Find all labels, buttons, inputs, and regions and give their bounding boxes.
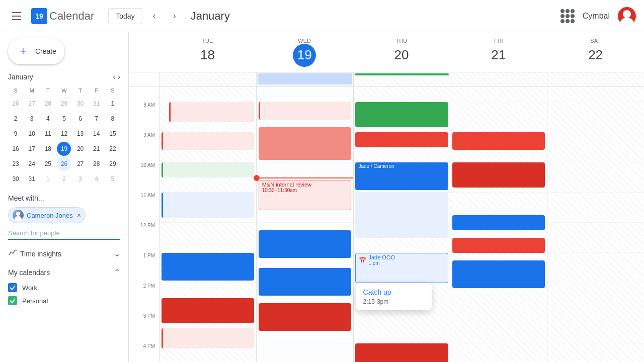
mini-day-2[interactable]: 2	[9, 112, 23, 126]
person-avatar	[13, 210, 24, 221]
mini-day-9[interactable]: 9	[9, 127, 23, 141]
svg-point-3	[15, 216, 22, 221]
mini-day-23[interactable]: 23	[9, 157, 23, 171]
mini-day-31[interactable]: 31	[25, 172, 39, 186]
all-day-event-green[interactable]	[355, 73, 449, 75]
event-thu-crimson[interactable]	[355, 343, 448, 362]
mini-day-3next[interactable]: 3	[73, 172, 88, 186]
mini-day-10[interactable]: 10	[25, 127, 39, 141]
mini-day-13[interactable]: 13	[73, 127, 88, 141]
event-wed-blue2[interactable]	[259, 268, 351, 296]
mini-day-15[interactable]: 15	[106, 127, 120, 141]
time-2pm: 2 PM	[129, 283, 159, 313]
event-wed-red[interactable]	[259, 303, 351, 331]
mini-day-20[interactable]: 20	[73, 142, 88, 156]
mini-day-17[interactable]: 17	[25, 142, 39, 156]
prev-arrow[interactable]: ‹	[146, 8, 163, 24]
mini-day-1[interactable]: 1	[106, 97, 120, 111]
mini-day-26prev[interactable]: 26	[9, 97, 23, 111]
day-headers: TUE 18 WED 19 THU 20 FRI 21 SAT 22	[129, 32, 644, 72]
mini-day-1next[interactable]: 1	[41, 172, 55, 186]
event-wed-review[interactable]: M&N internal review 10:30–11:30am	[259, 180, 351, 210]
mini-day-5[interactable]: 5	[57, 112, 71, 126]
mini-day-28[interactable]: 28	[90, 157, 104, 171]
mini-day-30[interactable]: 30	[9, 172, 23, 186]
mini-day-6[interactable]: 6	[73, 112, 88, 126]
avatar[interactable]	[618, 7, 636, 25]
mini-day-18[interactable]: 18	[41, 142, 55, 156]
mini-cal-prev[interactable]: ‹	[113, 72, 115, 81]
mini-day-12[interactable]: 12	[57, 127, 71, 141]
mini-day-2next[interactable]: 2	[57, 172, 71, 186]
mini-day-7[interactable]: 7	[90, 112, 104, 126]
time-insights-header[interactable]: Time insights ⌄	[8, 248, 120, 259]
catch-up-popup[interactable]: Catch up 2:15-3pm	[356, 283, 432, 310]
time-11am: 11 AM	[129, 193, 159, 223]
event-tue-blue[interactable]	[162, 193, 254, 218]
event-tue-1[interactable]	[169, 102, 254, 122]
mini-day-14[interactable]: 14	[90, 127, 104, 141]
mini-day-26[interactable]: 26	[57, 157, 71, 171]
mini-day-5next[interactable]: 5	[106, 172, 120, 186]
mini-day-29[interactable]: 29	[106, 157, 120, 171]
mini-day-4[interactable]: 4	[41, 112, 55, 126]
event-wed-blue1[interactable]	[259, 230, 351, 258]
event-tue-blue2[interactable]	[162, 253, 254, 281]
menu-icon[interactable]	[8, 8, 25, 24]
event-fri-red2[interactable]	[452, 238, 545, 253]
day-header-sat: SAT 22	[547, 32, 644, 72]
mini-day-29prev[interactable]: 29	[57, 97, 71, 111]
event-thu-lblue[interactable]	[355, 193, 448, 238]
event-thu-red[interactable]	[355, 132, 448, 147]
event-thu-green[interactable]	[355, 102, 448, 127]
mini-cal-next[interactable]: ›	[118, 72, 120, 81]
event-tue-green[interactable]	[162, 162, 254, 177]
next-arrow[interactable]: ›	[167, 8, 183, 24]
calendar-item-personal[interactable]: Personal	[8, 294, 120, 307]
mini-day-19[interactable]: 19	[57, 142, 71, 156]
sat-num: 22	[584, 44, 607, 67]
day-header-t1: T	[40, 85, 55, 96]
event-jade-ooo[interactable]: 📅 Jade OOO 1 pm	[355, 253, 448, 283]
mini-day-27[interactable]: 27	[73, 157, 88, 171]
mini-day-16[interactable]: 16	[9, 142, 23, 156]
event-fri-blue2[interactable]	[452, 260, 545, 288]
mini-day-11[interactable]: 11	[41, 127, 55, 141]
mini-day-8[interactable]: 8	[106, 112, 120, 126]
mini-day-28prev[interactable]: 28	[41, 97, 55, 111]
time-labels: 8 AM 9 AM 10 AM 11 AM 12 PM 1 PM 2 PM 3 …	[129, 87, 159, 362]
search-people-input[interactable]	[8, 227, 120, 240]
today-button[interactable]: Today	[108, 8, 142, 24]
work-checkbox[interactable]	[8, 283, 17, 292]
chart-icon	[8, 248, 17, 259]
event-wed-salmon[interactable]	[259, 127, 351, 160]
event-tue-red[interactable]	[162, 298, 254, 323]
calendars-collapse-icon[interactable]: ⌃	[114, 267, 120, 277]
mini-day-3[interactable]: 3	[25, 112, 39, 126]
apps-icon[interactable]	[560, 9, 575, 23]
mini-day-30prev[interactable]: 30	[73, 97, 88, 111]
event-fri-crimson[interactable]	[452, 162, 545, 188]
remove-person-button[interactable]: ×	[77, 211, 81, 219]
fri-num: 21	[487, 44, 510, 67]
mini-day-24[interactable]: 24	[25, 157, 39, 171]
work-calendar-label: Work	[22, 284, 37, 292]
event-fri-red1[interactable]	[452, 132, 545, 150]
mini-day-4next[interactable]: 4	[90, 172, 104, 186]
event-tue-2[interactable]	[162, 132, 254, 150]
event-wed-pink1[interactable]	[259, 102, 351, 120]
mini-day-21[interactable]: 21	[90, 142, 104, 156]
event-jade-cameron[interactable]: Jade / Cameron	[355, 162, 448, 190]
mini-day-25[interactable]: 25	[41, 157, 55, 171]
day-header-wed: WED 19	[256, 32, 353, 72]
personal-checkbox[interactable]	[8, 296, 17, 305]
event-tue-lpink[interactable]	[162, 328, 254, 348]
create-button[interactable]: + Create	[8, 38, 64, 64]
jade-ooo-title: Jade OOO	[368, 254, 395, 260]
mini-day-31prev[interactable]: 31	[90, 97, 104, 111]
event-fri-blue[interactable]	[452, 215, 545, 230]
calendar-item-work[interactable]: Work	[8, 281, 120, 294]
col-tue	[159, 87, 256, 362]
mini-day-27prev[interactable]: 27	[25, 97, 39, 111]
mini-day-22[interactable]: 22	[106, 142, 120, 156]
